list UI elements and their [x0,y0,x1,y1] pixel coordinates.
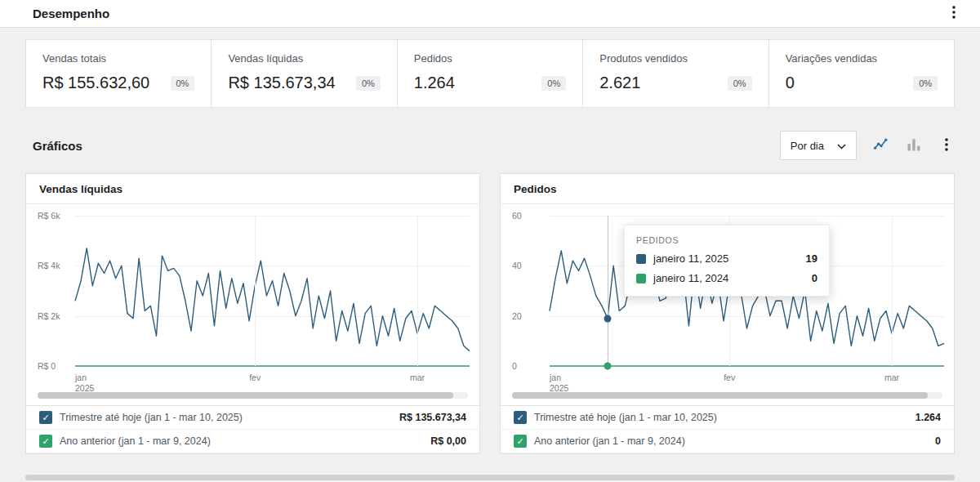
stat-card-variacoes-vendidas[interactable]: Variações vendidas 0 0% [769,40,954,107]
hover-point [604,315,612,322]
gridline [417,216,418,366]
charts-section-header: Gráficos Por dia [25,131,955,160]
legend-value: R$ 0,00 [430,435,466,447]
stat-change-badge: 0% [356,76,381,91]
series-color-swatch [636,274,646,283]
legend-label: Ano anterior (jan 1 - mar 9, 2024) [60,435,423,447]
stat-card-produtos-vendidos[interactable]: Produtos vendidos 2.621 0% [583,40,768,107]
charts-section-title: Gráficos [33,139,82,153]
chart-plot[interactable] [75,216,470,366]
interval-select-value: Por dia [791,140,824,152]
chart-title: Vendas líquidas [39,183,466,195]
stat-value: 2.621 [599,74,640,92]
x-axis-label: mar [410,373,425,383]
page-horizontal-scrollbar[interactable] [25,475,955,480]
scrollbar-thumb[interactable] [512,392,928,399]
stat-value: R$ 135.673,34 [228,74,335,92]
page-header: Desempenho [0,0,980,28]
performance-stats-row: Vendas totais R$ 155.632,60 0% Vendas lí… [25,39,955,108]
chart-type-line-button[interactable] [873,136,889,155]
legend-row[interactable]: ✓ Ano anterior (jan 1 - mar 9, 2024) 0 [501,430,954,453]
chart-legend: ✓ Trimestre até hoje (jan 1 - mar 10, 20… [501,405,954,453]
chart-panel-pedidos: Pedidos 60 40 20 0 jan2025fevmar PEDIDOS [500,173,955,454]
chart-scrollbar[interactable] [512,392,942,399]
legend-value: 1.264 [915,412,941,423]
x-axis-label: jan2025 [75,373,94,394]
tooltip-title: PEDIDOS [636,235,817,245]
legend-value: R$ 135.673,34 [399,412,466,423]
chart-panel-vendas-liquidas: Vendas líquidas R$ 6k R$ 4k R$ 2k R$ 0 j… [25,173,480,454]
charts-row: Vendas líquidas R$ 6k R$ 4k R$ 2k R$ 0 j… [25,173,955,454]
kebab-menu-icon [947,4,960,23]
y-axis-label: R$ 6k [38,211,60,221]
legend-checkbox[interactable]: ✓ [39,435,52,448]
stat-value: 0 [786,74,795,92]
hover-line [608,216,608,366]
scrollbar-thumb[interactable] [38,392,453,399]
tooltip-value: 19 [806,252,817,265]
stat-card-vendas-liquidas[interactable]: Vendas líquidas R$ 135.673,34 0% [212,40,397,107]
y-axis: 60 40 20 0 [512,216,550,366]
tooltip-date: janeiro 11, 2025 [653,252,728,265]
stat-label: Variações vendidas [786,52,938,65]
y-axis: R$ 6k R$ 4k R$ 2k R$ 0 [38,216,75,366]
y-axis-label: R$ 2k [38,311,60,321]
y-axis-label: R$ 0 [38,361,56,371]
legend-checkbox[interactable]: ✓ [514,435,527,448]
stat-card-vendas-totais[interactable]: Vendas totais R$ 155.632,60 0% [26,40,212,107]
stat-value: 1.264 [414,74,455,92]
stat-label: Vendas totais [42,52,194,65]
line-chart [75,216,470,366]
interval-select[interactable]: Por dia [780,131,857,160]
y-axis-label: 60 [512,211,522,221]
chart-tooltip: PEDIDOS janeiro 11, 2025 19 janeiro 11, … [624,225,830,297]
y-axis-label: 20 [512,311,522,321]
x-axis: jan2025fevmar [75,369,470,391]
tooltip-row: janeiro 11, 2025 19 [636,252,817,265]
x-axis-label: fev [724,373,735,383]
legend-label: Trimestre até hoje (jan 1 - mar 10, 2025… [534,412,908,423]
legend-value: 0 [935,435,941,447]
tooltip-date: janeiro 11, 2024 [653,272,728,284]
stat-label: Vendas líquidas [228,52,380,65]
x-axis-label: jan2025 [550,373,568,394]
tooltip-value: 0 [812,272,817,284]
gridline [255,216,256,366]
chart-legend: ✓ Trimestre até hoje (jan 1 - mar 10, 20… [26,405,479,453]
x-axis-label: mar [884,373,899,383]
stat-change-badge: 0% [728,76,752,91]
tooltip-row: janeiro 11, 2024 0 [636,272,817,284]
legend-row[interactable]: ✓ Trimestre até hoje (jan 1 - mar 10, 20… [26,406,479,430]
y-axis-label: 0 [512,361,517,371]
line-chart-icon [873,136,889,155]
bar-chart-icon [906,136,922,155]
legend-label: Ano anterior (jan 1 - mar 9, 2024) [534,435,928,447]
chevron-down-icon [837,140,846,152]
header-kebab-menu-button[interactable] [946,2,962,25]
series-color-swatch [636,254,646,264]
kebab-menu-icon [940,136,953,155]
chart-type-bar-button[interactable] [906,136,922,155]
stat-label: Pedidos [414,52,566,65]
chart-scrollbar[interactable] [38,392,468,399]
legend-checkbox[interactable]: ✓ [514,411,527,424]
stat-change-badge: 0% [171,76,195,91]
page-title: Desempenho [33,7,109,20]
chart-title: Pedidos [514,183,941,195]
legend-checkbox[interactable]: ✓ [39,411,52,424]
stat-value: R$ 155.632,60 [42,74,149,92]
stat-change-badge: 0% [541,76,566,91]
x-axis: jan2025fevmar [550,369,944,391]
legend-row[interactable]: ✓ Trimestre até hoje (jan 1 - mar 10, 20… [501,406,954,430]
stat-change-badge: 0% [913,76,938,91]
y-axis-label: R$ 4k [38,261,60,270]
y-axis-label: 40 [512,261,522,270]
hover-point [604,363,612,370]
stat-card-pedidos[interactable]: Pedidos 1.264 0% [398,40,583,107]
gridline [892,216,893,366]
stat-label: Produtos vendidos [599,52,751,65]
legend-label: Trimestre até hoje (jan 1 - mar 10, 2025… [60,412,392,423]
charts-kebab-menu-button[interactable] [938,135,955,157]
legend-row[interactable]: ✓ Ano anterior (jan 1 - mar 9, 2024) R$ … [26,430,479,453]
x-axis-label: fev [249,373,261,383]
